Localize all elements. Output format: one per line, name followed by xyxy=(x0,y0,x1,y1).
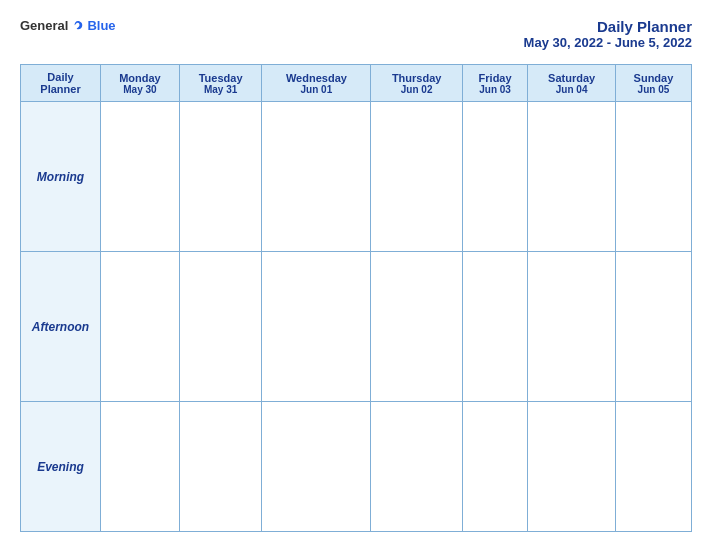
col-sun-date: Jun 05 xyxy=(620,84,687,95)
afternoon-sat-cell[interactable] xyxy=(528,251,616,401)
logo-bird-icon xyxy=(71,19,85,33)
logo-general-text: General xyxy=(20,18,68,33)
evening-thu-cell[interactable] xyxy=(371,401,462,531)
col-sat-name: Saturday xyxy=(532,72,611,84)
evening-fri-cell[interactable] xyxy=(462,401,528,531)
header-row: Daily Planner Monday May 30 Tuesday May … xyxy=(21,65,692,102)
page: General Blue Daily Planner May 30, 2022 … xyxy=(0,0,712,550)
afternoon-sun-cell[interactable] xyxy=(615,251,691,401)
col-header-wed: Wednesday Jun 01 xyxy=(262,65,371,102)
evening-sat-cell[interactable] xyxy=(528,401,616,531)
col-fri-name: Friday xyxy=(467,72,524,84)
header: General Blue Daily Planner May 30, 2022 … xyxy=(20,18,692,50)
col-label-line1: Daily xyxy=(25,71,96,83)
logo-blue-text: Blue xyxy=(87,18,115,33)
afternoon-wed-cell[interactable] xyxy=(262,251,371,401)
col-thu-date: Jun 02 xyxy=(375,84,457,95)
col-fri-date: Jun 03 xyxy=(467,84,524,95)
col-header-tue: Tuesday May 31 xyxy=(179,65,261,102)
evening-row: Evening xyxy=(21,401,692,531)
col-mon-date: May 30 xyxy=(105,84,175,95)
col-header-sat: Saturday Jun 04 xyxy=(528,65,616,102)
col-wed-date: Jun 01 xyxy=(266,84,366,95)
col-header-thu: Thursday Jun 02 xyxy=(371,65,462,102)
morning-thu-cell[interactable] xyxy=(371,102,462,252)
morning-sun-cell[interactable] xyxy=(615,102,691,252)
title-area: Daily Planner May 30, 2022 - June 5, 202… xyxy=(524,18,692,50)
afternoon-thu-cell[interactable] xyxy=(371,251,462,401)
morning-tue-cell[interactable] xyxy=(179,102,261,252)
planner-title: Daily Planner xyxy=(524,18,692,35)
morning-sat-cell[interactable] xyxy=(528,102,616,252)
col-header-sun: Sunday Jun 05 xyxy=(615,65,691,102)
morning-mon-cell[interactable] xyxy=(101,102,180,252)
col-tue-date: May 31 xyxy=(184,84,257,95)
morning-label: Morning xyxy=(37,170,84,184)
afternoon-label-cell: Afternoon xyxy=(21,251,101,401)
col-sun-name: Sunday xyxy=(620,72,687,84)
afternoon-tue-cell[interactable] xyxy=(179,251,261,401)
calendar-table: Daily Planner Monday May 30 Tuesday May … xyxy=(20,64,692,532)
col-label-line2: Planner xyxy=(25,83,96,95)
col-thu-name: Thursday xyxy=(375,72,457,84)
logo-area: General Blue xyxy=(20,18,116,33)
evening-label: Evening xyxy=(37,460,84,474)
logo-text: General Blue xyxy=(20,18,116,33)
col-sat-date: Jun 04 xyxy=(532,84,611,95)
col-header-label: Daily Planner xyxy=(21,65,101,102)
col-tue-name: Tuesday xyxy=(184,72,257,84)
col-header-mon: Monday May 30 xyxy=(101,65,180,102)
afternoon-row: Afternoon xyxy=(21,251,692,401)
col-wed-name: Wednesday xyxy=(266,72,366,84)
morning-wed-cell[interactable] xyxy=(262,102,371,252)
evening-mon-cell[interactable] xyxy=(101,401,180,531)
morning-fri-cell[interactable] xyxy=(462,102,528,252)
col-header-fri: Friday Jun 03 xyxy=(462,65,528,102)
afternoon-fri-cell[interactable] xyxy=(462,251,528,401)
morning-row: Morning xyxy=(21,102,692,252)
planner-date-range: May 30, 2022 - June 5, 2022 xyxy=(524,35,692,50)
morning-label-cell: Morning xyxy=(21,102,101,252)
col-mon-name: Monday xyxy=(105,72,175,84)
evening-wed-cell[interactable] xyxy=(262,401,371,531)
afternoon-label: Afternoon xyxy=(32,320,89,334)
afternoon-mon-cell[interactable] xyxy=(101,251,180,401)
evening-label-cell: Evening xyxy=(21,401,101,531)
evening-sun-cell[interactable] xyxy=(615,401,691,531)
evening-tue-cell[interactable] xyxy=(179,401,261,531)
